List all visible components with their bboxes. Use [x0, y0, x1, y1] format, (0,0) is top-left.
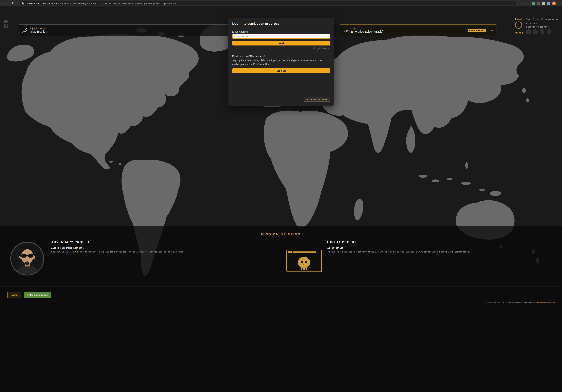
- no-account-text: Don't have an SCW account?: [232, 55, 330, 57]
- map-credit-link-2[interactable]: amCharts: [549, 302, 556, 303]
- maturity-badge: [526, 29, 531, 34]
- profile-avatar[interactable]: C: [552, 1, 556, 5]
- url-path: /?utm_source=partner-integration:mend&pa…: [57, 2, 176, 4]
- vulnerability-panel: Injection Flaws SQL injection: [19, 24, 228, 36]
- injection-icon: [22, 28, 27, 33]
- browser-actions: C ⋮: [532, 0, 561, 6]
- zoom-in-button[interactable]: +: [4, 20, 8, 23]
- url-text: portal.securecodewarrior.com/?utm_source…: [26, 2, 510, 4]
- language-edition: Enterprise Edition (Basic): [351, 30, 383, 34]
- address-bar[interactable]: portal.securecodewarrior.com/?utm_source…: [20, 1, 516, 5]
- java-icon: [343, 28, 348, 33]
- map-credit-link-1[interactable]: Natural Earth: [535, 302, 545, 303]
- map-credit-prefix: The map is based on public domain vector…: [483, 302, 535, 303]
- enter-game-mode-button[interactable]: Enter game mode: [23, 292, 51, 298]
- level-value: 0: [515, 22, 522, 29]
- most-critical-label: Most Critical Weaknesses: [526, 18, 561, 20]
- threat-profile: THREAT PROFILE SQL injection The IDS has…: [327, 240, 495, 253]
- email-field[interactable]: [232, 34, 330, 39]
- points-value: 0: [513, 29, 524, 32]
- back-icon[interactable]: ←: [0, 0, 5, 6]
- mission-briefing-title: MISSION BRIEFING: [0, 233, 562, 236]
- security-maturity-label: Security Maturity: [526, 25, 561, 28]
- maturity-badge: [533, 29, 538, 34]
- extension-icon-2[interactable]: [537, 1, 540, 5]
- page: ← → ⟳ portal.securecodewarrior.com/?utm_…: [0, 0, 562, 307]
- continue-as-guest-button[interactable]: Continue as guest: [304, 97, 330, 102]
- sidebar-icon[interactable]: [547, 1, 550, 5]
- maturity-badge: [540, 29, 544, 34]
- mission-vertical-divider: [281, 238, 281, 278]
- adversary-avatar: [10, 241, 44, 276]
- map-zoom-controls: + −: [4, 20, 8, 28]
- forward-icon[interactable]: →: [5, 0, 11, 6]
- more-menu-icon[interactable]: ⋮: [558, 1, 561, 5]
- level-block: Level 0 0 Points: [513, 18, 524, 34]
- modal-title: Log in to track your progress: [232, 22, 330, 25]
- maturity-badge: [547, 29, 551, 34]
- extension-icon-1[interactable]: [532, 1, 535, 5]
- browser-toolbar: ← → ⟳ portal.securecodewarrior.com/?utm_…: [0, 0, 562, 6]
- signup-text: Sign up for a free 14-day trial to track…: [232, 59, 330, 66]
- next-button[interactable]: Next: [232, 41, 330, 45]
- vulnerability-name: SQL injection: [30, 30, 47, 34]
- login-button[interactable]: Login: [7, 292, 21, 298]
- signup-button[interactable]: Sign up: [232, 68, 330, 73]
- email-label: Email Address: [232, 30, 330, 33]
- points-label: Points: [513, 32, 524, 34]
- language-name: Java: [351, 27, 383, 30]
- stats-panel: Level 0 0 Points Most Critical Weaknesse…: [513, 18, 561, 34]
- adversary-heading: ADVERSARY PROFILE: [51, 240, 266, 244]
- threat-description: The IDS has detected a security threat. …: [327, 250, 495, 253]
- weaknesses-block: Most Critical Weaknesses Accuracy Securi…: [526, 18, 561, 34]
- zoom-out-button[interactable]: −: [4, 24, 8, 28]
- extension-icon-3[interactable]: [542, 1, 545, 5]
- threat-window-illustration: [286, 250, 322, 272]
- threat-name: SQL injection: [327, 246, 495, 249]
- bookmark-star-icon[interactable]: ☆: [512, 1, 514, 5]
- map-credit-mid: and: [545, 302, 549, 303]
- adversary-profile: ADVERSARY PROFILE Alias: Firstname Lastn…: [51, 240, 266, 253]
- vulnerability-category: Injection Flaws: [30, 27, 47, 30]
- threat-heading: THREAT PROFILE: [327, 240, 495, 244]
- footer-divider: [0, 287, 562, 287]
- level-label: Level: [513, 18, 524, 21]
- remembered-badge: REMEMBERED: [468, 29, 487, 32]
- login-modal: Log in to track your progress Email Addr…: [228, 18, 334, 106]
- maturity-badges: [526, 29, 561, 34]
- modal-footer: Continue as guest: [232, 97, 330, 102]
- chevron-down-icon[interactable]: ▾: [491, 29, 493, 32]
- accuracy-label: Accuracy: [526, 22, 561, 24]
- forgot-password-link[interactable]: Forgot Password: [232, 47, 330, 49]
- reload-icon[interactable]: ⟳: [11, 0, 16, 6]
- mission-divider-top: [0, 226, 562, 226]
- adversary-alias: Alias: Firstname Lastname: [51, 246, 266, 249]
- map-credit-suffix: .: [556, 302, 557, 303]
- map-credit: The map is based on public domain vector…: [483, 302, 557, 303]
- bottom-overlay: [0, 226, 562, 307]
- url-domain: portal.securecodewarrior.com: [26, 2, 57, 4]
- adversary-description: Subject is well-known for targeting worl…: [51, 250, 266, 253]
- lock-icon: [22, 2, 24, 5]
- language-selector[interactable]: Java Enterprise Edition (Basic) REMEMBER…: [340, 24, 496, 36]
